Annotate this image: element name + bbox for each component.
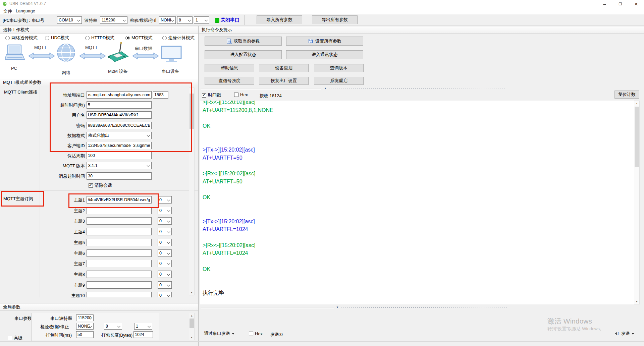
send-hex-row[interactable]: Hex — [249, 331, 263, 336]
mqtt-scrollbar[interactable]: ▲ ▼ — [189, 88, 195, 295]
log-hex-checkbox[interactable] — [234, 93, 238, 97]
log-hex-label: Hex — [240, 92, 248, 97]
timestamp-checkbox[interactable] — [202, 93, 206, 98]
maximize-icon[interactable]: ❐ — [612, 0, 628, 8]
workmode-radio-4[interactable]: MQTT模式 — [125, 35, 153, 41]
enter-comm-button[interactable]: 进入通讯状态 — [286, 50, 363, 59]
com-port-select[interactable]: COM10 — [57, 16, 82, 24]
query-version-button[interactable]: 查询版本 — [314, 64, 364, 72]
timeout-input[interactable] — [87, 101, 152, 109]
topic-qos-select-6[interactable]: 0 — [158, 249, 172, 257]
topic-input-9[interactable] — [87, 281, 152, 289]
timestamp-row[interactable]: 时间戳 — [202, 92, 221, 98]
topic-input-10[interactable] — [87, 292, 152, 297]
pack-len-input[interactable] — [133, 331, 153, 338]
topic-row: 主题50 — [0, 239, 190, 247]
scroll-up-icon[interactable]: ▲ — [189, 313, 194, 318]
set-params-button[interactable]: 设置所有参数 — [286, 37, 363, 46]
username-input[interactable] — [87, 111, 152, 119]
log-hex-row[interactable]: Hex — [234, 92, 248, 97]
topic-qos-select-9[interactable]: 0 — [158, 281, 172, 289]
topic-qos-select-10[interactable]: 0 — [158, 292, 172, 297]
g-data-bits-select[interactable]: 8 — [104, 323, 122, 330]
keepalive-input[interactable] — [87, 152, 152, 159]
system-reboot-button[interactable]: 系统重启 — [314, 77, 364, 85]
topic-row: 主题20 — [0, 207, 190, 215]
message-timeout-input[interactable] — [87, 172, 152, 180]
data-format-select[interactable]: 格式化输出 — [87, 132, 152, 139]
close-icon[interactable]: ✕ — [628, 0, 644, 8]
help-info-button[interactable]: 帮助信息 — [205, 64, 254, 72]
topic-qos-select-4[interactable]: 0 — [158, 228, 172, 235]
scroll-up-icon[interactable]: ▲ — [189, 88, 194, 93]
log-line — [203, 201, 634, 210]
topic-qos-select-7[interactable]: 0 — [158, 260, 172, 267]
collapse-up-icon[interactable]: ▲ — [324, 87, 327, 90]
clear-session-row[interactable]: 清除会话 — [89, 182, 112, 188]
g-parity-select[interactable]: NONE — [76, 323, 94, 330]
topic-input-1[interactable] — [87, 196, 152, 204]
close-port-button[interactable]: 关闭串口 — [221, 17, 239, 23]
data-bits-select[interactable]: 8 — [177, 16, 193, 24]
menu-file[interactable]: 文件 — [3, 8, 12, 14]
topic-input-7[interactable] — [87, 260, 152, 267]
reset-count-button[interactable]: 复位计数 — [614, 91, 639, 99]
workmode-radio-1[interactable]: 网络透传模式 — [5, 35, 38, 41]
log-scrollbar[interactable]: ▲ ▼ — [634, 101, 640, 304]
topic-input-6[interactable] — [87, 249, 152, 257]
clear-session-checkbox[interactable] — [89, 183, 93, 188]
scrollbar-thumb[interactable] — [190, 319, 194, 328]
topic-input-5[interactable] — [87, 239, 152, 246]
stop-bits-select[interactable]: 1 — [194, 16, 209, 24]
client-id-input[interactable] — [87, 142, 152, 149]
topic-qos-select-1[interactable]: 0 — [158, 196, 172, 204]
collapse-down-icon[interactable]: ▼ — [336, 306, 339, 309]
scrollbar-thumb[interactable] — [635, 107, 639, 167]
topic-input-4[interactable] — [87, 228, 152, 235]
factory-reset-button[interactable]: 恢复出厂设置 — [259, 77, 309, 85]
g-baud-select[interactable]: 115200 — [76, 314, 94, 321]
log-output[interactable]: >[Rx<-][15:20:02][asc]AT+UART=115200,8,1… — [200, 101, 634, 304]
topic-input-8[interactable] — [87, 271, 152, 278]
export-params-button[interactable]: 导出所有参数 — [312, 15, 358, 24]
global-scrollbar[interactable]: ▲ ▼ — [189, 313, 195, 340]
enter-config-button[interactable]: 进入配置状态 — [205, 50, 282, 59]
workmode-radio-3[interactable]: HTTPD模式 — [85, 35, 114, 41]
send-hex-checkbox[interactable] — [249, 332, 253, 336]
address-port-input[interactable] — [87, 91, 152, 99]
import-params-button[interactable]: 导入所有参数 — [257, 15, 302, 24]
topic-qos-select-5[interactable]: 0 — [158, 239, 172, 246]
get-params-button[interactable]: 获取当前参数 — [205, 37, 282, 46]
scroll-down-icon[interactable]: ▼ — [189, 335, 194, 340]
advanced-checkbox[interactable] — [8, 336, 12, 340]
parity-select[interactable]: NONI — [159, 16, 176, 24]
pack-time-input[interactable] — [76, 331, 94, 338]
g-stop-bits-select[interactable]: 1 — [134, 323, 152, 330]
field-label: 保活周期 — [67, 153, 85, 159]
password-input[interactable] — [87, 122, 152, 129]
port-input[interactable] — [153, 91, 168, 99]
log-splitter-top[interactable]: ▲ — [200, 87, 636, 90]
send-via-serial-button[interactable]: 通过串口发送 — [204, 331, 234, 337]
mqtt-version-select[interactable]: 3.1.1 — [87, 162, 152, 169]
minimize-icon[interactable]: – — [597, 0, 612, 8]
device-reboot-button[interactable]: 设备重启 — [259, 64, 309, 72]
topic-qos-select-2[interactable]: 0 — [158, 207, 172, 214]
combo-value: 0 — [159, 208, 162, 213]
topic-input-3[interactable] — [87, 217, 152, 225]
workmode-radio-5[interactable]: 边缘计算模式 — [162, 35, 195, 41]
signal-strength-button[interactable]: 查信号强度 — [205, 77, 254, 85]
topic-qos-select-8[interactable]: 0 — [158, 271, 172, 278]
topic-qos-select-3[interactable]: 0 — [158, 217, 172, 225]
topic-input-2[interactable] — [87, 207, 152, 214]
scroll-down-icon[interactable]: ▼ — [634, 299, 639, 304]
menu-language[interactable]: Language — [16, 8, 35, 13]
send-button[interactable]: 发送 — [614, 331, 634, 337]
baud-select[interactable]: 115200 — [100, 16, 127, 24]
scroll-up-icon[interactable]: ▲ — [634, 101, 639, 106]
advanced-row[interactable]: 高级 — [8, 335, 22, 341]
workmode-radio-2[interactable]: UDC模式 — [45, 35, 69, 41]
scroll-down-icon[interactable]: ▼ — [189, 290, 194, 295]
scrollbar-thumb[interactable] — [190, 94, 194, 129]
log-splitter-bottom[interactable]: ▼ — [200, 305, 636, 309]
